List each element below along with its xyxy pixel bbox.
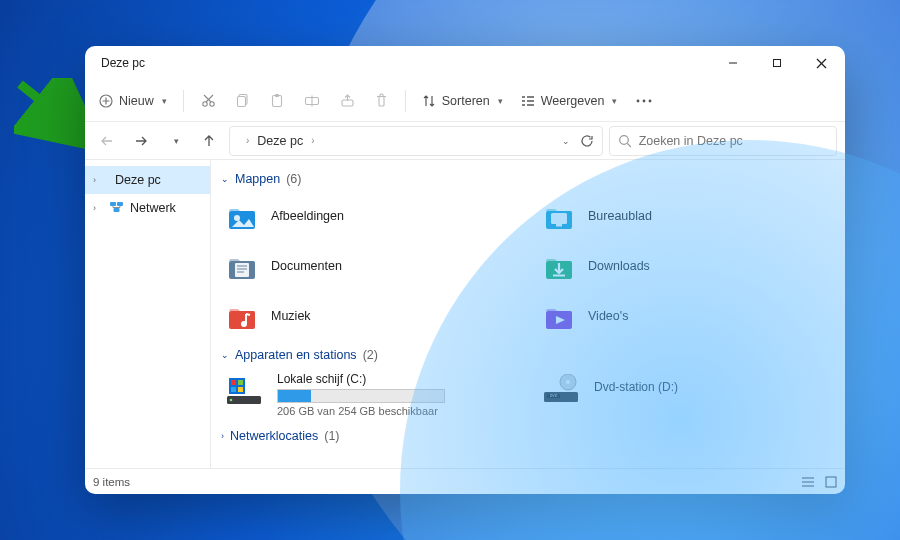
arrow-left-icon [100, 134, 114, 148]
svg-point-27 [649, 99, 652, 102]
group-count: (1) [324, 429, 339, 443]
sort-label: Sorteren [442, 94, 490, 108]
svg-rect-2 [774, 60, 781, 67]
svg-rect-43 [546, 261, 572, 279]
breadcrumb[interactable]: Deze pc [257, 134, 303, 148]
chevron-right-icon: › [221, 431, 224, 441]
sidebar-item-this-pc[interactable]: › Deze pc [85, 166, 210, 194]
delete-button[interactable] [366, 86, 397, 116]
folder-label: Downloads [588, 259, 650, 273]
folder-icon [225, 201, 259, 231]
svg-rect-39 [235, 263, 249, 277]
paste-button[interactable] [261, 86, 293, 116]
chevron-down-icon: ▾ [498, 96, 503, 106]
group-label: Mappen [235, 172, 280, 186]
sidebar-item-label: Deze pc [115, 173, 161, 187]
details-view-icon[interactable] [801, 476, 815, 488]
folder-item-music[interactable]: Muziek [221, 294, 518, 338]
search-box[interactable] [609, 126, 837, 156]
toolbar: Nieuw ▾ Sorteren ▾ Weergeven [85, 80, 845, 122]
content-area: ⌄ Mappen (6) AfbeeldingenBureaubladDocum… [211, 160, 845, 468]
drive-dvd[interactable]: DVD Dvd-station (D:) [538, 370, 835, 419]
svg-point-9 [210, 102, 214, 106]
search-input[interactable] [639, 134, 828, 148]
forward-button[interactable] [127, 127, 155, 155]
share-icon [340, 94, 355, 108]
drive-label: Dvd-station (D:) [594, 380, 678, 394]
group-header-devices[interactable]: ⌄ Apparaten en stations (2) [221, 348, 835, 362]
svg-point-54 [230, 399, 233, 402]
view-button[interactable]: Weergeven ▾ [513, 86, 626, 116]
large-icons-view-icon[interactable] [825, 476, 837, 488]
svg-rect-63 [826, 477, 836, 487]
group-header-network[interactable]: › Netwerklocaties (1) [221, 429, 835, 443]
address-bar[interactable]: › Deze pc › ⌄ [229, 126, 603, 156]
cut-button[interactable] [192, 86, 225, 116]
copy-icon [236, 93, 250, 108]
svg-point-28 [620, 135, 629, 144]
share-button[interactable] [331, 86, 364, 116]
separator [405, 90, 406, 112]
ellipsis-icon [636, 99, 652, 103]
svg-rect-51 [231, 387, 236, 392]
trash-icon [375, 93, 388, 108]
chevron-down-icon: ⌄ [221, 174, 229, 184]
folder-item-pictures[interactable]: Afbeeldingen [221, 194, 518, 238]
minimize-button[interactable] [711, 46, 755, 80]
folder-icon [542, 251, 576, 281]
svg-rect-30 [110, 202, 116, 206]
new-button[interactable]: Nieuw ▾ [91, 86, 175, 116]
group-label: Apparaten en stations [235, 348, 357, 362]
svg-rect-52 [238, 387, 243, 392]
sidebar-item-network[interactable]: › Netwerk [85, 194, 210, 222]
close-button[interactable] [799, 46, 843, 80]
svg-rect-36 [551, 213, 567, 224]
svg-point-46 [241, 321, 247, 327]
svg-rect-37 [556, 224, 562, 227]
sidebar-item-label: Netwerk [130, 201, 176, 215]
hard-drive-icon [225, 372, 265, 406]
sort-icon [422, 94, 436, 108]
svg-rect-32 [114, 208, 120, 212]
chevron-down-icon[interactable]: ⌄ [562, 136, 570, 146]
sidebar: › Deze pc › Netwerk [85, 160, 211, 468]
capacity-bar [277, 389, 445, 403]
dvd-drive-icon: DVD [542, 372, 582, 406]
folder-item-downloads[interactable]: Downloads [538, 244, 835, 288]
svg-point-56 [566, 380, 570, 384]
maximize-button[interactable] [755, 46, 799, 80]
explorer-window: Deze pc Nieuw ▾ [85, 46, 845, 494]
svg-rect-13 [237, 97, 245, 107]
chevron-right-icon: › [311, 135, 314, 146]
refresh-icon[interactable] [580, 134, 594, 148]
up-button[interactable] [195, 127, 223, 155]
search-icon [618, 134, 631, 148]
chevron-down-icon: ▾ [174, 136, 179, 146]
folder-label: Muziek [271, 309, 311, 323]
view-icon [521, 95, 535, 107]
group-header-folders[interactable]: ⌄ Mappen (6) [221, 172, 835, 186]
sort-button[interactable]: Sorteren ▾ [414, 86, 511, 116]
navigation-row: ▾ › Deze pc › ⌄ [85, 122, 845, 160]
recent-button[interactable]: ▾ [161, 127, 189, 155]
chevron-down-icon: ⌄ [221, 350, 229, 360]
folder-item-documents[interactable]: Documenten [221, 244, 518, 288]
network-icon [109, 201, 124, 216]
rename-icon [304, 94, 320, 108]
svg-rect-35 [546, 211, 572, 229]
more-button[interactable] [627, 86, 661, 116]
titlebar: Deze pc [85, 46, 845, 80]
drive-local[interactable]: Lokale schijf (C:) 206 GB van 254 GB bes… [221, 370, 518, 419]
folder-item-videos[interactable]: Video's [538, 294, 835, 338]
svg-point-8 [203, 102, 207, 106]
svg-rect-45 [229, 311, 255, 329]
folder-label: Bureaublad [588, 209, 652, 223]
chevron-right-icon: › [93, 203, 103, 213]
view-label: Weergeven [541, 94, 605, 108]
rename-button[interactable] [295, 86, 329, 116]
folder-label: Documenten [271, 259, 342, 273]
folder-item-desktop[interactable]: Bureaublad [538, 194, 835, 238]
copy-button[interactable] [227, 86, 259, 116]
paste-icon [270, 93, 284, 108]
back-button[interactable] [93, 127, 121, 155]
